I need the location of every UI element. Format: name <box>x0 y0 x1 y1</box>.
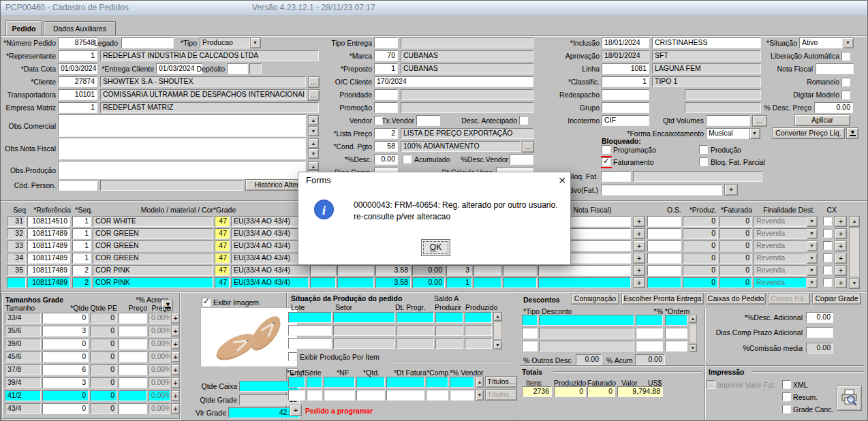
tamanho-add-button[interactable]: + <box>171 403 180 414</box>
cell-perc[interactable] <box>636 328 663 339</box>
cell-nf[interactable] <box>324 377 355 388</box>
cell-qtde[interactable]: 0 <box>42 352 89 362</box>
cell-preco[interactable] <box>119 364 147 375</box>
cell-emp[interactable] <box>288 377 305 388</box>
cell-qtd[interactable]: 1 <box>446 277 472 288</box>
preposto-field[interactable]: 1 <box>374 63 398 74</box>
cell-finalidade-select[interactable]: Revenda <box>754 228 807 239</box>
cell-seq2[interactable]: 2 <box>72 277 91 288</box>
cell-os[interactable] <box>647 228 681 239</box>
cell-c7[interactable] <box>503 277 537 288</box>
cell-cx-checkbox[interactable] <box>823 217 832 225</box>
cell-qtde[interactable]: 6 <box>42 364 89 375</box>
perc-desc-field[interactable]: 0.00 <box>374 154 398 165</box>
cell-cx-checkbox[interactable] <box>823 253 832 262</box>
cell-c7[interactable] <box>503 265 537 276</box>
desc-adicional-field[interactable]: 0.00 <box>806 312 833 323</box>
copiar-grade-button[interactable]: Copiar Grade <box>812 293 861 305</box>
cell-grade[interactable]: 47 <box>215 216 230 227</box>
dialog-close-icon[interactable]: ✕ <box>553 175 566 186</box>
print-button[interactable] <box>837 386 862 411</box>
consignacao-button[interactable]: Consignação <box>571 293 619 305</box>
motivo-fat-add-button[interactable]: + <box>724 184 738 196</box>
bloq-programacao-checkbox[interactable] <box>602 145 610 154</box>
row-add2-button[interactable]: + <box>835 228 847 239</box>
cell-seq2[interactable]: 1 <box>72 228 91 239</box>
grupo-field[interactable] <box>602 102 649 113</box>
inclusao-user-field[interactable]: CRISTINAHESS <box>652 37 761 48</box>
cell-ordem[interactable] <box>665 341 687 352</box>
tx-vendor-field[interactable] <box>416 115 440 126</box>
cond-pgto-lookup-button[interactable]: ... <box>522 141 534 153</box>
cod-person-field[interactable] <box>58 180 97 191</box>
descontos-scroll-down-icon[interactable] <box>689 344 697 352</box>
fatura-row[interactable] <box>0 376 518 388</box>
row-add-button[interactable]: + <box>633 277 645 288</box>
cell-referencia[interactable]: 108117489 <box>27 240 70 251</box>
tipo-entrega-field[interactable] <box>374 37 398 48</box>
grid-scroll-up-icon[interactable] <box>849 216 860 227</box>
cell-qtd[interactable]: 3 <box>446 265 472 276</box>
cell-serie[interactable] <box>307 377 322 388</box>
cell-referencia[interactable]: 108117489 <box>27 253 70 264</box>
cell-vendor[interactable] <box>450 377 474 388</box>
cell-c2[interactable] <box>337 265 374 276</box>
tamanho-row[interactable]: 37/8 6 0 0.00% + <box>0 364 181 377</box>
titulos-button[interactable]: Títulos... <box>485 376 517 388</box>
grid-scroll-down-icon[interactable] <box>849 278 860 289</box>
cell-seq2[interactable]: 1 <box>72 240 91 251</box>
cell-referencia[interactable]: 108114510 <box>27 216 70 227</box>
row-add-button[interactable]: + <box>633 253 645 264</box>
prioridade-field[interactable] <box>374 89 398 100</box>
obs-comercial-textarea[interactable] <box>58 114 306 137</box>
cell-os[interactable] <box>647 277 681 288</box>
row-add-button[interactable]: + <box>633 265 645 276</box>
finalidade-dropdown-icon[interactable] <box>807 253 818 264</box>
row-add2-button[interactable]: + <box>835 277 847 288</box>
situacao-dropdown-icon[interactable] <box>843 37 854 48</box>
cell-perc[interactable] <box>636 315 663 326</box>
cond-pgto-field[interactable]: 58 <box>374 141 398 152</box>
cell-os[interactable] <box>647 265 681 276</box>
row-add-button[interactable]: + <box>633 240 645 251</box>
finalidade-dropdown-icon[interactable] <box>807 265 818 276</box>
tipo-select[interactable]: Producao <box>200 37 250 48</box>
desconto-row[interactable] <box>0 314 702 326</box>
row-add2-button[interactable]: + <box>835 216 847 227</box>
cell-os[interactable] <box>647 216 681 227</box>
marca-field[interactable]: 70 <box>374 50 398 61</box>
fatura-scroll-down-icon[interactable] <box>476 390 484 401</box>
cell-finalidade-select[interactable]: Revenda <box>754 265 807 276</box>
bloq-fat-field[interactable] <box>601 171 631 182</box>
grade-canc-checkbox[interactable] <box>782 405 791 414</box>
cell-serie[interactable] <box>307 390 322 401</box>
classific-field[interactable]: 1 <box>602 76 649 87</box>
desc-antecipado-checkbox[interactable] <box>519 116 528 125</box>
cell-grade[interactable]: 47 <box>215 253 230 264</box>
caixas-do-pedido-button[interactable]: Caixas do Pedido <box>706 293 766 305</box>
cell-preco[interactable] <box>119 352 147 362</box>
exibir-producao-item-checkbox[interactable] <box>288 352 297 361</box>
situacao-select[interactable]: Ativo <box>799 37 843 48</box>
cell-referencia[interactable]: 108117489 <box>27 265 70 276</box>
cell-referencia[interactable]: 108117489 <box>27 277 70 288</box>
descontos-scroll-up-icon[interactable] <box>689 315 697 323</box>
cell-finalidade-select[interactable]: Revenda <box>754 216 807 227</box>
fatura-add-button[interactable]: + <box>290 405 302 416</box>
qtd-volumes-field[interactable] <box>706 115 750 126</box>
cell-cx-checkbox[interactable] <box>823 266 832 275</box>
cell-os[interactable] <box>647 240 681 251</box>
cell-c2[interactable] <box>337 277 374 288</box>
row-add2-button[interactable]: + <box>835 253 847 264</box>
tamanho-add-button[interactable]: + <box>171 352 180 362</box>
transportadora-field[interactable]: 10101 <box>58 89 97 100</box>
tamanho-add-button[interactable]: + <box>171 364 180 375</box>
cell-qtd[interactable] <box>356 390 385 401</box>
resum-checkbox[interactable] <box>782 392 791 401</box>
bloq-producao-checkbox[interactable] <box>699 145 708 154</box>
cell-preco[interactable] <box>119 403 147 414</box>
deposito-field[interactable] <box>227 63 248 74</box>
cell-comp[interactable] <box>426 390 448 401</box>
obs-nota-fiscal-textarea[interactable] <box>58 138 306 159</box>
desc-vendor-field[interactable] <box>510 154 533 165</box>
